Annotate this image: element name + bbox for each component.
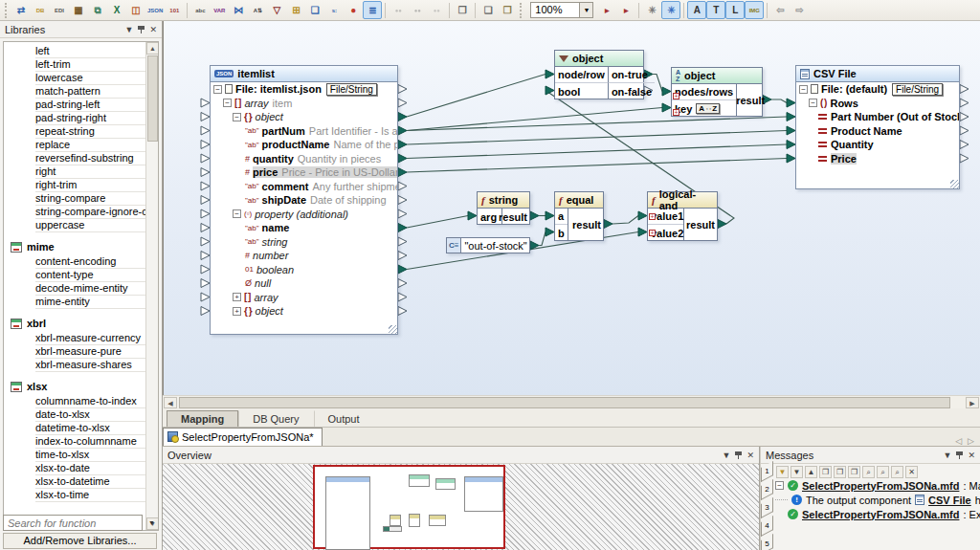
library-function-content-type[interactable]: content-type bbox=[35, 269, 145, 282]
equal-output-result[interactable]: result bbox=[568, 209, 603, 241]
library-function-xbrl-measure-pure[interactable]: xbrl-measure-pure bbox=[35, 345, 145, 359]
logical-and-function[interactable]: f logical-and value1 value2 result + + bbox=[647, 191, 718, 241]
library-function-columnname-to-index[interactable]: columnname-to-index bbox=[35, 395, 145, 408]
duplicate-input-icon[interactable]: + bbox=[673, 93, 679, 99]
show-types-icon[interactable]: T bbox=[706, 1, 725, 19]
library-function-uppercase[interactable]: uppercase bbox=[35, 219, 145, 232]
message-row[interactable]: !The output component CSV File ha bbox=[775, 493, 980, 507]
search-function-input[interactable] bbox=[3, 515, 143, 531]
library-function-left[interactable]: left bbox=[35, 45, 145, 58]
library-function-mime-entity[interactable]: mime-entity bbox=[35, 296, 145, 309]
insert-page-icon[interactable]: ❏ bbox=[305, 1, 324, 19]
resize-grip[interactable] bbox=[950, 180, 959, 188]
constant-value[interactable]: "out-of-stock" bbox=[461, 240, 529, 252]
message-tab-5[interactable]: 5 bbox=[761, 534, 773, 550]
csv-row-quantity[interactable]: Quantity bbox=[796, 138, 959, 152]
itemlist-row-null[interactable]: Ønull bbox=[211, 276, 397, 291]
copy-message-children-icon[interactable]: ❐ bbox=[834, 466, 846, 478]
pin-icon[interactable] bbox=[735, 451, 742, 459]
scroll-thumb[interactable] bbox=[179, 397, 950, 408]
insert-database-icon[interactable]: DB bbox=[31, 1, 50, 19]
tab-scroll-left-icon[interactable]: ◁ bbox=[955, 436, 962, 446]
document-tab[interactable]: SelectPropertyFromJSONa* bbox=[163, 428, 323, 446]
insert-json-icon[interactable]: JSON bbox=[145, 1, 165, 19]
message-link[interactable]: SelectPropertyFromJSONa.mfd bbox=[802, 480, 959, 492]
sort-order-button[interactable]: A⇔Z bbox=[696, 103, 720, 114]
itemlist-row-property[interactable]: −(▫)property (additional) bbox=[211, 208, 397, 222]
equal-function[interactable]: f equal a b result bbox=[554, 191, 604, 241]
panel-menu-icon[interactable]: ▼ bbox=[723, 451, 731, 460]
itemlist-row-array[interactable]: −[ ]arrayitem bbox=[211, 97, 397, 111]
exceptions-icon[interactable]: ● bbox=[344, 1, 363, 19]
insert-xml-icon[interactable]: ⇄ bbox=[11, 1, 31, 19]
library-function-content-encoding[interactable]: content-encoding bbox=[35, 255, 145, 269]
itemlist-row-price[interactable]: #pricePrice - Price in US-Dollar bbox=[211, 165, 397, 180]
itemlist-row-quantity[interactable]: #quantityQuantity in pieces bbox=[211, 152, 397, 166]
library-function-time-to-xlsx[interactable]: time-to-xlsx bbox=[35, 449, 145, 462]
overview-map[interactable] bbox=[163, 464, 759, 550]
library-function-pad-string-right[interactable]: pad-string-right bbox=[35, 112, 145, 125]
tab-mapping[interactable]: Mapping bbox=[167, 410, 238, 427]
sort-input-nodes-rows[interactable]: nodes/rows bbox=[672, 84, 736, 100]
insert-excel-icon[interactable]: X bbox=[107, 1, 126, 19]
filter-output-on-true[interactable]: on-true bbox=[609, 67, 655, 83]
library-function-string-compare[interactable]: string-compare bbox=[35, 192, 145, 206]
library-function-xlsx-to-datetime[interactable]: xlsx-to-datetime bbox=[35, 475, 145, 489]
close-icon[interactable]: ✕ bbox=[746, 451, 754, 460]
find-icon[interactable]: ⌕ bbox=[862, 466, 875, 478]
open-folder-icon[interactable]: ❐ bbox=[498, 1, 517, 19]
csv-file-component[interactable]: CSV File −File: (default)File/String−( )… bbox=[795, 65, 960, 189]
filter-messages-icon[interactable]: ▼ bbox=[776, 466, 789, 478]
constant-component[interactable]: C≡ "out-of-stock" bbox=[446, 237, 530, 253]
insert-edi-icon[interactable]: EDI bbox=[50, 1, 69, 19]
tab-output[interactable]: Output bbox=[314, 410, 374, 427]
mapping-canvas[interactable]: JSON itemlist −File: itemlist.jsonFile/S… bbox=[163, 21, 980, 395]
generate-code2-icon[interactable]: ●● bbox=[408, 1, 427, 19]
csv-row-partnumber[interactable]: Part Number (Out of Stock) bbox=[796, 110, 959, 124]
resize-grip[interactable] bbox=[389, 325, 397, 334]
csv-row-file[interactable]: −File: (default)File/String bbox=[796, 82, 959, 97]
sort-output-result[interactable]: result bbox=[736, 84, 767, 117]
message-link[interactable]: SelectPropertyFromJSONa.mfd bbox=[802, 509, 959, 520]
itemlist-row-number[interactable]: #number bbox=[211, 249, 397, 263]
itemlist-row-name[interactable]: "ab"name bbox=[211, 221, 397, 235]
align-components-icon[interactable]: ≣ bbox=[363, 1, 382, 19]
close-icon[interactable]: ✕ bbox=[149, 25, 157, 34]
insert-text-icon[interactable]: 101 bbox=[165, 1, 184, 19]
tab-db-query[interactable]: DB Query bbox=[238, 410, 313, 427]
library-group-xbrl[interactable]: xbrl bbox=[11, 317, 145, 330]
library-function-pad-string-left[interactable]: pad-string-left bbox=[35, 99, 145, 112]
duplicate-input-icon[interactable]: + bbox=[649, 230, 656, 236]
duplicate-input-icon[interactable]: + bbox=[673, 109, 679, 116]
library-function-date-to-xlsx[interactable]: date-to-xlsx bbox=[35, 408, 145, 422]
back-icon[interactable]: ⇦ bbox=[770, 1, 790, 19]
find-prev-icon[interactable]: ⌕ bbox=[891, 466, 903, 478]
equal-input-a[interactable]: a bbox=[555, 209, 568, 225]
show-tips-icon[interactable]: IMG bbox=[745, 1, 764, 19]
scroll-right-icon[interactable]: ▶ bbox=[966, 397, 979, 408]
close-icon[interactable]: ✕ bbox=[968, 451, 975, 460]
prev-message-icon[interactable]: ▲ bbox=[805, 466, 817, 478]
filter-object-component[interactable]: object node/row on-true bool on-false bbox=[554, 50, 644, 99]
window-icon[interactable]: ❐ bbox=[453, 1, 472, 19]
copy-all-messages-icon[interactable]: ❐ bbox=[848, 466, 860, 478]
libraries-scrollbar[interactable]: ▲ ▼ bbox=[145, 42, 158, 530]
show-annotations-icon[interactable]: A bbox=[687, 1, 706, 19]
itemlist-row-shipDate[interactable]: "ab"shipDateDate of shipping bbox=[211, 193, 397, 208]
library-function-xbrl-measure-currency[interactable]: xbrl-measure-currency bbox=[35, 332, 145, 345]
file-string-button[interactable]: File/String bbox=[892, 83, 943, 96]
panel-menu-icon[interactable]: ▼ bbox=[125, 25, 134, 34]
insert-join-icon[interactable]: ⋈ bbox=[229, 1, 248, 19]
file-string-button[interactable]: File/String bbox=[326, 83, 377, 96]
prev-connection-icon[interactable]: ▶ bbox=[597, 1, 616, 19]
find-next-icon[interactable]: ⌕ bbox=[877, 466, 889, 478]
next-connection-icon[interactable]: ▶ bbox=[616, 1, 635, 19]
itemlist-row-string[interactable]: "ab"string bbox=[211, 235, 397, 250]
generate-code-icon[interactable]: ●● bbox=[389, 1, 408, 19]
collapse-icon[interactable]: − bbox=[233, 209, 241, 218]
csv-row-price[interactable]: Price bbox=[796, 152, 959, 166]
scroll-thumb[interactable] bbox=[147, 55, 158, 142]
sort-input-key[interactable]: key A⇔Z bbox=[672, 100, 736, 117]
csv-row-rows[interactable]: −( )Rows bbox=[796, 97, 959, 111]
collapse-icon[interactable]: − bbox=[213, 85, 222, 94]
